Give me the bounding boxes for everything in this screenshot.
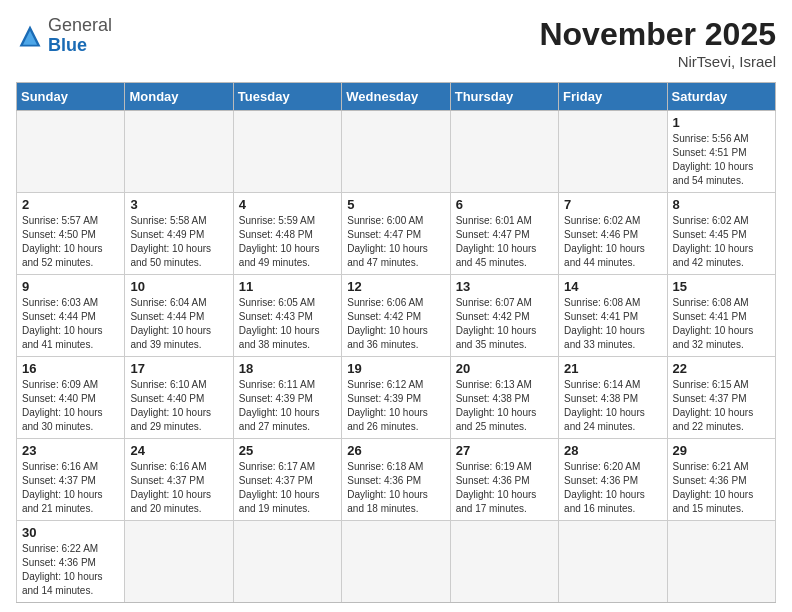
day-number: 6 xyxy=(456,197,553,212)
day-info: Sunrise: 6:17 AM Sunset: 4:37 PM Dayligh… xyxy=(239,460,336,516)
calendar-day-cell: 6Sunrise: 6:01 AM Sunset: 4:47 PM Daylig… xyxy=(450,193,558,275)
logo-icon xyxy=(16,22,44,50)
calendar-day-cell xyxy=(125,111,233,193)
calendar-col-header: Tuesday xyxy=(233,83,341,111)
calendar-header-row: SundayMondayTuesdayWednesdayThursdayFrid… xyxy=(17,83,776,111)
calendar-week-row: 2Sunrise: 5:57 AM Sunset: 4:50 PM Daylig… xyxy=(17,193,776,275)
day-info: Sunrise: 6:18 AM Sunset: 4:36 PM Dayligh… xyxy=(347,460,444,516)
calendar-day-cell: 1Sunrise: 5:56 AM Sunset: 4:51 PM Daylig… xyxy=(667,111,775,193)
day-info: Sunrise: 6:05 AM Sunset: 4:43 PM Dayligh… xyxy=(239,296,336,352)
day-info: Sunrise: 6:07 AM Sunset: 4:42 PM Dayligh… xyxy=(456,296,553,352)
calendar-day-cell: 24Sunrise: 6:16 AM Sunset: 4:37 PM Dayli… xyxy=(125,439,233,521)
calendar-day-cell xyxy=(342,521,450,603)
logo-blue-text: Blue xyxy=(48,35,87,55)
day-info: Sunrise: 6:19 AM Sunset: 4:36 PM Dayligh… xyxy=(456,460,553,516)
day-number: 7 xyxy=(564,197,661,212)
calendar-day-cell xyxy=(667,521,775,603)
calendar-day-cell: 2Sunrise: 5:57 AM Sunset: 4:50 PM Daylig… xyxy=(17,193,125,275)
day-number: 2 xyxy=(22,197,119,212)
day-number: 17 xyxy=(130,361,227,376)
day-number: 11 xyxy=(239,279,336,294)
calendar-day-cell: 21Sunrise: 6:14 AM Sunset: 4:38 PM Dayli… xyxy=(559,357,667,439)
page-header: General Blue November 2025 NirTsevi, Isr… xyxy=(16,16,776,70)
calendar-day-cell: 8Sunrise: 6:02 AM Sunset: 4:45 PM Daylig… xyxy=(667,193,775,275)
calendar-col-header: Monday xyxy=(125,83,233,111)
day-info: Sunrise: 5:57 AM Sunset: 4:50 PM Dayligh… xyxy=(22,214,119,270)
day-info: Sunrise: 6:13 AM Sunset: 4:38 PM Dayligh… xyxy=(456,378,553,434)
day-info: Sunrise: 6:04 AM Sunset: 4:44 PM Dayligh… xyxy=(130,296,227,352)
calendar-day-cell: 5Sunrise: 6:00 AM Sunset: 4:47 PM Daylig… xyxy=(342,193,450,275)
day-number: 12 xyxy=(347,279,444,294)
day-number: 26 xyxy=(347,443,444,458)
day-number: 23 xyxy=(22,443,119,458)
calendar-day-cell: 11Sunrise: 6:05 AM Sunset: 4:43 PM Dayli… xyxy=(233,275,341,357)
day-number: 8 xyxy=(673,197,770,212)
day-info: Sunrise: 6:15 AM Sunset: 4:37 PM Dayligh… xyxy=(673,378,770,434)
day-info: Sunrise: 6:02 AM Sunset: 4:46 PM Dayligh… xyxy=(564,214,661,270)
calendar-day-cell: 10Sunrise: 6:04 AM Sunset: 4:44 PM Dayli… xyxy=(125,275,233,357)
calendar-day-cell: 3Sunrise: 5:58 AM Sunset: 4:49 PM Daylig… xyxy=(125,193,233,275)
day-number: 9 xyxy=(22,279,119,294)
day-info: Sunrise: 6:06 AM Sunset: 4:42 PM Dayligh… xyxy=(347,296,444,352)
calendar-day-cell: 22Sunrise: 6:15 AM Sunset: 4:37 PM Dayli… xyxy=(667,357,775,439)
calendar-day-cell: 7Sunrise: 6:02 AM Sunset: 4:46 PM Daylig… xyxy=(559,193,667,275)
day-number: 5 xyxy=(347,197,444,212)
calendar-day-cell: 25Sunrise: 6:17 AM Sunset: 4:37 PM Dayli… xyxy=(233,439,341,521)
calendar-week-row: 23Sunrise: 6:16 AM Sunset: 4:37 PM Dayli… xyxy=(17,439,776,521)
calendar-day-cell: 9Sunrise: 6:03 AM Sunset: 4:44 PM Daylig… xyxy=(17,275,125,357)
calendar-week-row: 9Sunrise: 6:03 AM Sunset: 4:44 PM Daylig… xyxy=(17,275,776,357)
day-info: Sunrise: 6:22 AM Sunset: 4:36 PM Dayligh… xyxy=(22,542,119,598)
calendar-day-cell: 27Sunrise: 6:19 AM Sunset: 4:36 PM Dayli… xyxy=(450,439,558,521)
day-number: 10 xyxy=(130,279,227,294)
day-number: 19 xyxy=(347,361,444,376)
day-info: Sunrise: 6:11 AM Sunset: 4:39 PM Dayligh… xyxy=(239,378,336,434)
calendar-day-cell: 15Sunrise: 6:08 AM Sunset: 4:41 PM Dayli… xyxy=(667,275,775,357)
location-subtitle: NirTsevi, Israel xyxy=(539,53,776,70)
title-block: November 2025 NirTsevi, Israel xyxy=(539,16,776,70)
day-number: 15 xyxy=(673,279,770,294)
calendar-day-cell: 19Sunrise: 6:12 AM Sunset: 4:39 PM Dayli… xyxy=(342,357,450,439)
day-info: Sunrise: 6:14 AM Sunset: 4:38 PM Dayligh… xyxy=(564,378,661,434)
day-number: 25 xyxy=(239,443,336,458)
calendar-col-header: Sunday xyxy=(17,83,125,111)
month-title: November 2025 xyxy=(539,16,776,53)
calendar-week-row: 16Sunrise: 6:09 AM Sunset: 4:40 PM Dayli… xyxy=(17,357,776,439)
day-number: 21 xyxy=(564,361,661,376)
day-number: 28 xyxy=(564,443,661,458)
day-info: Sunrise: 6:00 AM Sunset: 4:47 PM Dayligh… xyxy=(347,214,444,270)
day-info: Sunrise: 6:03 AM Sunset: 4:44 PM Dayligh… xyxy=(22,296,119,352)
calendar-day-cell xyxy=(342,111,450,193)
calendar-day-cell: 29Sunrise: 6:21 AM Sunset: 4:36 PM Dayli… xyxy=(667,439,775,521)
day-number: 18 xyxy=(239,361,336,376)
calendar-day-cell: 26Sunrise: 6:18 AM Sunset: 4:36 PM Dayli… xyxy=(342,439,450,521)
calendar-day-cell: 30Sunrise: 6:22 AM Sunset: 4:36 PM Dayli… xyxy=(17,521,125,603)
calendar-week-row: 1Sunrise: 5:56 AM Sunset: 4:51 PM Daylig… xyxy=(17,111,776,193)
calendar-day-cell: 16Sunrise: 6:09 AM Sunset: 4:40 PM Dayli… xyxy=(17,357,125,439)
calendar-day-cell: 20Sunrise: 6:13 AM Sunset: 4:38 PM Dayli… xyxy=(450,357,558,439)
day-number: 13 xyxy=(456,279,553,294)
day-number: 1 xyxy=(673,115,770,130)
calendar-day-cell: 18Sunrise: 6:11 AM Sunset: 4:39 PM Dayli… xyxy=(233,357,341,439)
day-number: 3 xyxy=(130,197,227,212)
day-info: Sunrise: 6:21 AM Sunset: 4:36 PM Dayligh… xyxy=(673,460,770,516)
day-info: Sunrise: 6:08 AM Sunset: 4:41 PM Dayligh… xyxy=(564,296,661,352)
calendar-day-cell xyxy=(17,111,125,193)
day-number: 27 xyxy=(456,443,553,458)
day-number: 29 xyxy=(673,443,770,458)
calendar-day-cell: 4Sunrise: 5:59 AM Sunset: 4:48 PM Daylig… xyxy=(233,193,341,275)
calendar-col-header: Wednesday xyxy=(342,83,450,111)
calendar-day-cell xyxy=(559,111,667,193)
day-info: Sunrise: 5:58 AM Sunset: 4:49 PM Dayligh… xyxy=(130,214,227,270)
calendar-table: SundayMondayTuesdayWednesdayThursdayFrid… xyxy=(16,82,776,603)
calendar-day-cell: 28Sunrise: 6:20 AM Sunset: 4:36 PM Dayli… xyxy=(559,439,667,521)
day-number: 30 xyxy=(22,525,119,540)
day-info: Sunrise: 6:09 AM Sunset: 4:40 PM Dayligh… xyxy=(22,378,119,434)
calendar-col-header: Saturday xyxy=(667,83,775,111)
day-number: 20 xyxy=(456,361,553,376)
calendar-day-cell: 12Sunrise: 6:06 AM Sunset: 4:42 PM Dayli… xyxy=(342,275,450,357)
day-info: Sunrise: 6:12 AM Sunset: 4:39 PM Dayligh… xyxy=(347,378,444,434)
calendar-day-cell xyxy=(233,521,341,603)
calendar-col-header: Thursday xyxy=(450,83,558,111)
day-info: Sunrise: 6:16 AM Sunset: 4:37 PM Dayligh… xyxy=(130,460,227,516)
day-info: Sunrise: 6:20 AM Sunset: 4:36 PM Dayligh… xyxy=(564,460,661,516)
